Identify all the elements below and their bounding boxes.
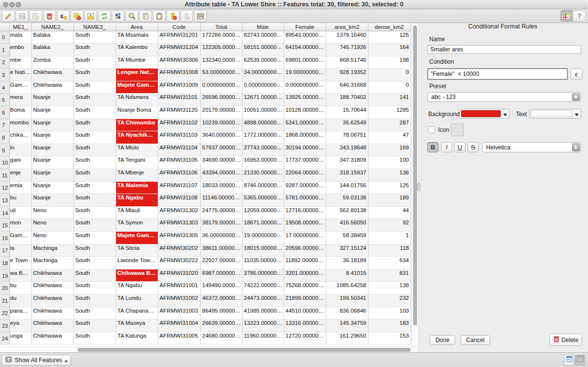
cell-name1[interactable]: Boma (9, 106, 31, 119)
cell-male[interactable]: 58151.00000… (242, 44, 284, 56)
cell-area-km2[interactable]: 347.31809 (326, 156, 368, 169)
cell-dense-km2[interactable]: 0 (368, 81, 411, 94)
cell-area-km2[interactable]: 35.62549 (326, 119, 368, 131)
cell-area[interactable]: TA Malemia (116, 181, 158, 194)
rule-name-input[interactable] (427, 45, 581, 54)
cell-total[interactable]: 36.00000000… (200, 232, 242, 245)
cell-female[interactable]: 1868.000000… (284, 131, 326, 144)
text-color-button[interactable] (529, 109, 581, 119)
cell-total[interactable]: 20179.00000… (200, 106, 242, 119)
cell-name2[interactable]: Chikhwawa (31, 294, 74, 307)
cell-code[interactable]: AFRMWI31102 (158, 119, 200, 131)
cell-name2[interactable]: Chikhwawa (31, 307, 74, 319)
cell-name1[interactable]: bu (9, 194, 31, 207)
cell-dense-km2[interactable]: 118 (368, 244, 411, 257)
cell-name2[interactable]: Nsanje (31, 194, 74, 207)
cell-code[interactable]: AFRMWI31104 (158, 144, 200, 156)
cell-area-km2[interactable]: 343.18648 (326, 144, 368, 156)
done-button[interactable]: Done (430, 335, 455, 345)
cell-area[interactable]: Majete Gam… (116, 232, 158, 245)
cell-name3[interactable]: South (74, 319, 116, 332)
cell-name3[interactable]: South (74, 31, 116, 44)
cell-female[interactable]: 22064.00000… (284, 169, 326, 182)
cell-name3[interactable]: South (74, 244, 116, 257)
cell-area-km2[interactable]: 8.41015 (326, 269, 368, 282)
cell-female[interactable]: 5781.000000… (284, 194, 326, 207)
cell-total[interactable]: 6987.000000… (200, 269, 242, 282)
cell-total[interactable]: 43394.00000… (200, 169, 242, 182)
cell-female[interactable]: 21899.00000… (284, 294, 326, 307)
cell-male[interactable]: 10051.00000… (242, 106, 284, 119)
cell-name1[interactable]: bu (9, 282, 31, 294)
cell-name1[interactable]: Gam… (9, 81, 31, 94)
minimize-window-icon[interactable] (9, 2, 15, 7)
cell-area[interactable]: TA Nyachik… (116, 131, 158, 144)
cell-code[interactable]: AFRMWI31201 (158, 31, 200, 44)
column-header[interactable]: Female (284, 23, 326, 31)
cell-male[interactable]: 12671.00000… (242, 94, 284, 106)
cell-dense-km2[interactable]: 92 (368, 219, 411, 232)
cell-dense-km2[interactable]: 125 (368, 181, 411, 194)
cell-name3[interactable]: South (74, 257, 116, 269)
cell-name1[interactable]: emia (9, 181, 31, 194)
cell-total[interactable]: 24775.00000… (200, 206, 242, 219)
cell-total[interactable]: 0.000000000… (200, 81, 242, 94)
cell-dense-km2[interactable]: 103 (368, 307, 411, 319)
cell-code[interactable]: AFRMWI31105 (158, 156, 200, 169)
cell-female[interactable]: 17737.00000… (284, 156, 326, 169)
cell-female[interactable]: 30194.00000… (284, 144, 326, 156)
cell-name3[interactable]: South (74, 194, 116, 207)
close-window-icon[interactable] (3, 2, 8, 7)
cell-area-km2[interactable]: 15.70644 (326, 106, 368, 119)
strikethrough-button[interactable]: S (467, 142, 479, 152)
row-number[interactable]: 21 (0, 294, 9, 307)
cell-dense-km2[interactable]: 287 (368, 119, 411, 131)
cell-female[interactable]: 89543.00000… (284, 31, 326, 44)
underline-button[interactable]: U (454, 142, 466, 152)
zoom-to-selected-button[interactable] (125, 10, 138, 22)
cell-total[interactable]: 86495.00000… (200, 307, 242, 319)
cancel-button[interactable]: Cancel (461, 335, 490, 345)
cell-male[interactable]: 13323.00000… (242, 319, 284, 332)
cell-name1[interactable]: mera (9, 94, 31, 106)
horizontal-scrollbar-thumb[interactable] (77, 348, 411, 352)
cell-area[interactable]: TA Ngabu (116, 194, 158, 207)
help-button[interactable]: ? (573, 10, 586, 22)
cell-name3[interactable]: South (74, 332, 116, 344)
cell-area-km2[interactable]: 416.56050 (326, 219, 368, 232)
cell-female[interactable]: 12716.00000… (284, 206, 326, 219)
cell-code[interactable]: AFRMWI31009 (158, 81, 200, 94)
cell-name2[interactable]: Chikhwawa (31, 81, 74, 94)
icon-checkbox[interactable] (428, 126, 435, 133)
cell-total[interactable]: 57937.00000… (200, 144, 242, 156)
cell-female[interactable]: 13316.00000… (284, 319, 326, 332)
cell-female[interactable]: 5341.000000… (284, 119, 326, 131)
column-header[interactable]: NAME3_ (74, 23, 116, 31)
cell-name1[interactable]: gani (9, 156, 31, 169)
cell-female[interactable]: 12720.00000… (284, 332, 326, 344)
cell-male[interactable]: 41985.00000… (242, 307, 284, 319)
row-number[interactable]: 3 (0, 69, 9, 81)
maximize-window-icon[interactable] (16, 2, 21, 7)
cell-code[interactable]: AFRMWI31005 (158, 332, 200, 344)
cell-female[interactable]: 20596.00000… (284, 244, 326, 257)
cell-area[interactable]: TA Tengani (116, 156, 158, 169)
cell-male[interactable]: 4898.000000… (242, 119, 284, 131)
cell-name1[interactable]: Gam… (9, 232, 31, 245)
cell-name2[interactable]: Balaka (31, 31, 74, 44)
row-number[interactable]: 15 (0, 219, 9, 232)
cell-male[interactable]: 18015.00000… (242, 244, 284, 257)
row-number[interactable]: 1 (0, 44, 9, 56)
cell-area[interactable]: TA Sitola (116, 244, 158, 257)
cell-male[interactable]: 16953.00000… (242, 156, 284, 169)
cell-total[interactable]: 10239.00000… (200, 119, 242, 131)
cell-area[interactable]: TA Katunga (116, 332, 158, 344)
cell-male[interactable]: 5365.000000… (242, 194, 284, 207)
conditional-formatting-toggle-button[interactable] (561, 10, 573, 22)
cell-female[interactable]: 19508.00000… (284, 219, 326, 232)
cell-name3[interactable]: South (74, 94, 116, 106)
cell-area[interactable]: TA Symon (116, 219, 158, 232)
cell-area-km2[interactable]: 78.06751 (326, 131, 368, 144)
cell-name2[interactable]: Balaka (31, 44, 74, 56)
panel-splitter-handle[interactable] (417, 183, 420, 191)
